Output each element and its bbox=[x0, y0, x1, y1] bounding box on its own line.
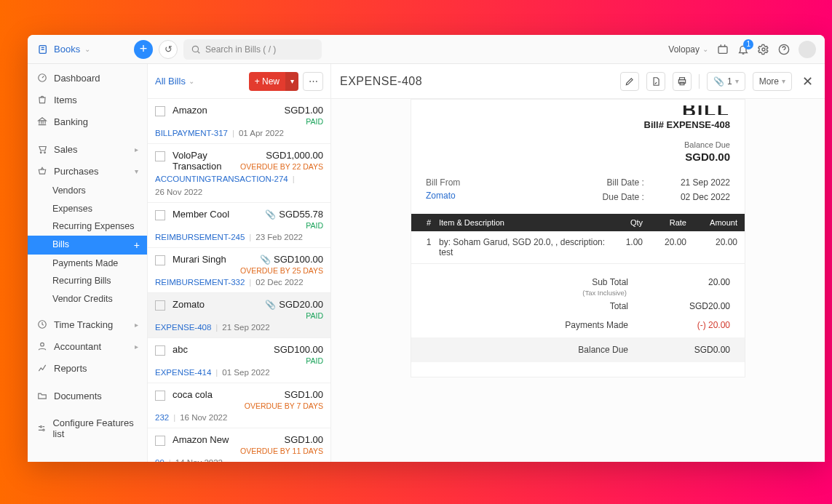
folder-icon bbox=[36, 390, 48, 401]
pdf-button[interactable] bbox=[646, 72, 665, 91]
bill-reference[interactable]: REIMBURSEMENT-245 bbox=[155, 233, 245, 241]
chevron-down-icon: ▾ bbox=[135, 167, 138, 175]
nav-vendor-credits[interactable]: Vendor Credits bbox=[28, 290, 147, 308]
row-checkbox[interactable] bbox=[155, 300, 165, 311]
nav-label: Dashboard bbox=[54, 73, 100, 84]
bill-date: 16 Nov 2022 bbox=[180, 413, 227, 422]
bill-heading: BILL bbox=[426, 105, 730, 115]
sidebar: Dashboard Items Banking Sales▸ Purchases… bbox=[28, 64, 148, 462]
nav-recurring-bills[interactable]: Recurring Bills bbox=[28, 272, 147, 290]
paperclip-icon: 📎 bbox=[713, 76, 724, 87]
totals-block: Sub Total20.00 (Tax Inclusive) TotalSGD2… bbox=[411, 264, 745, 362]
search-icon bbox=[191, 44, 201, 55]
bill-list-item[interactable]: coca cola SGD1.00 OVERDUE BY 7 DAYS 232 … bbox=[148, 383, 330, 428]
gear-icon bbox=[758, 44, 769, 55]
row-checkbox[interactable] bbox=[155, 151, 165, 161]
notifications-button[interactable]: 1 bbox=[737, 44, 749, 55]
help-button[interactable] bbox=[778, 44, 790, 55]
plus-icon[interactable]: + bbox=[134, 240, 140, 250]
payments-made-label: Payments Made bbox=[565, 320, 628, 330]
nav-purchases[interactable]: Purchases▾ bbox=[28, 160, 147, 182]
list-more-button[interactable]: ⋯ bbox=[303, 72, 323, 91]
nav-documents[interactable]: Documents bbox=[28, 385, 147, 407]
bill-list-item[interactable]: Amazon SGD1.00 PAID BILLPAYMENT-317 | 01… bbox=[148, 99, 330, 144]
chevron-right-icon: ▸ bbox=[135, 145, 138, 153]
dashboard-icon bbox=[36, 72, 48, 84]
bill-date: 14 Nov 2022 bbox=[175, 458, 223, 462]
nav-bills[interactable]: Bills+ bbox=[28, 236, 147, 255]
detail-more-button[interactable]: More▾ bbox=[753, 72, 792, 91]
bill-status: PAID bbox=[265, 221, 323, 230]
bill-list-item[interactable]: abc SGD100.00 PAID EXPENSE-414 | 01 Sep … bbox=[148, 338, 330, 383]
bill-reference[interactable]: 99 bbox=[155, 458, 165, 462]
books-icon bbox=[38, 44, 49, 55]
history-icon: ↺ bbox=[165, 44, 173, 55]
bill-reference[interactable]: ACCOUNTINGTRANSACTION-274 bbox=[155, 175, 288, 183]
nav-banking[interactable]: Banking bbox=[28, 111, 147, 132]
accountant-icon bbox=[36, 340, 48, 352]
search-input[interactable]: Search in Bills ( / ) bbox=[183, 39, 322, 60]
sliders-icon bbox=[36, 423, 47, 434]
row-checkbox[interactable] bbox=[155, 255, 165, 265]
notification-badge: 1 bbox=[743, 39, 753, 49]
nav-configure[interactable]: Configure Features list bbox=[28, 412, 147, 444]
bill-reference[interactable]: 232 bbox=[155, 413, 169, 422]
bill-list-item[interactable]: Amazon New SGD1.00 OVERDUE BY 11 DAYS 99… bbox=[148, 428, 330, 462]
close-icon: ✕ bbox=[802, 74, 813, 89]
bill-date: 02 Dec 2022 bbox=[255, 278, 303, 287]
nav-items[interactable]: Items bbox=[28, 89, 147, 111]
close-detail-button[interactable]: ✕ bbox=[799, 73, 816, 89]
col-qty: Qty bbox=[606, 218, 643, 227]
bills-list[interactable]: Amazon SGD1.00 PAID BILLPAYMENT-317 | 01… bbox=[148, 99, 330, 462]
nav-sales[interactable]: Sales▸ bbox=[28, 138, 147, 160]
edit-button[interactable] bbox=[620, 72, 639, 91]
subscribe-icon[interactable] bbox=[717, 44, 729, 55]
nav-recurring-expenses[interactable]: Recurring Expenses bbox=[28, 217, 147, 236]
recent-history-button[interactable]: ↺ bbox=[159, 40, 178, 59]
new-btn-dropdown[interactable]: ▾ bbox=[285, 72, 298, 91]
nav-reports[interactable]: Reports bbox=[28, 357, 147, 379]
svg-point-11 bbox=[43, 429, 44, 431]
row-checkbox[interactable] bbox=[155, 210, 165, 220]
line-item-row: 1 by: Soham Garud, SGD 20.0, , descripti… bbox=[411, 231, 745, 264]
org-switcher[interactable]: Volopay ⌄ bbox=[668, 44, 708, 55]
bill-reference[interactable]: EXPENSE-414 bbox=[155, 368, 211, 377]
chevron-down-icon: ⌄ bbox=[84, 45, 90, 53]
print-button[interactable] bbox=[673, 72, 692, 91]
bill-reference[interactable]: BILLPAYMENT-317 bbox=[155, 129, 228, 137]
list-title-dropdown[interactable]: All Bills ⌄ bbox=[155, 76, 194, 87]
detail-scroll[interactable]: BILL Bill# EXPENSE-408 Balance Due SGD0.… bbox=[331, 99, 825, 462]
bill-list-item[interactable]: Murari Singh 📎SGD100.00 OVERDUE BY 25 DA… bbox=[148, 248, 330, 293]
nav-dashboard[interactable]: Dashboard bbox=[28, 67, 147, 89]
user-avatar[interactable] bbox=[799, 41, 816, 58]
bill-reference[interactable]: REIMBURSEMENT-332 bbox=[155, 278, 245, 287]
bill-date: 26 Nov 2022 bbox=[155, 188, 202, 196]
vendor-link[interactable]: Zomato bbox=[426, 191, 460, 201]
bill-list-item[interactable]: VoloPay Transaction SGD1,000.00 OVERDUE … bbox=[148, 144, 330, 203]
brand-switcher[interactable]: Books ⌄ bbox=[33, 44, 128, 55]
nav-accountant[interactable]: Accountant▸ bbox=[28, 335, 147, 357]
bill-reference[interactable]: EXPENSE-408 bbox=[155, 323, 211, 332]
new-bill-button[interactable]: + New ▾ bbox=[249, 72, 298, 91]
settings-button[interactable] bbox=[758, 44, 769, 55]
attachments-button[interactable]: 📎1▾ bbox=[707, 72, 745, 91]
bill-list-item[interactable]: Member Cool 📎SGD55.78 PAID REIMBURSEMENT… bbox=[148, 203, 330, 248]
row-checkbox[interactable] bbox=[155, 391, 165, 401]
nav-payments-made[interactable]: Payments Made bbox=[28, 255, 147, 273]
row-checkbox[interactable] bbox=[155, 345, 165, 356]
bill-status: PAID bbox=[265, 311, 323, 320]
app-window: Books ⌄ + ↺ Search in Bills ( / ) Volopa… bbox=[28, 35, 825, 462]
pdf-icon bbox=[651, 76, 661, 87]
due-date-value: 02 Dec 2022 bbox=[681, 192, 730, 202]
nav-vendors[interactable]: Vendors bbox=[28, 182, 147, 200]
row-checkbox[interactable] bbox=[155, 436, 165, 446]
cart-icon bbox=[36, 143, 48, 155]
nav-time-tracking[interactable]: Time Tracking▸ bbox=[28, 313, 147, 335]
nav-expenses[interactable]: Expenses bbox=[28, 200, 147, 218]
quick-create-button[interactable]: + bbox=[134, 40, 153, 59]
tax-note: (Tax Inclusive) bbox=[426, 289, 730, 297]
nav-label: Accountant bbox=[54, 341, 101, 352]
search-placeholder: Search in Bills ( / ) bbox=[205, 44, 276, 55]
bill-list-item[interactable]: Zomato 📎SGD20.00 PAID EXPENSE-408 | 21 S… bbox=[148, 293, 330, 338]
row-checkbox[interactable] bbox=[155, 106, 165, 116]
